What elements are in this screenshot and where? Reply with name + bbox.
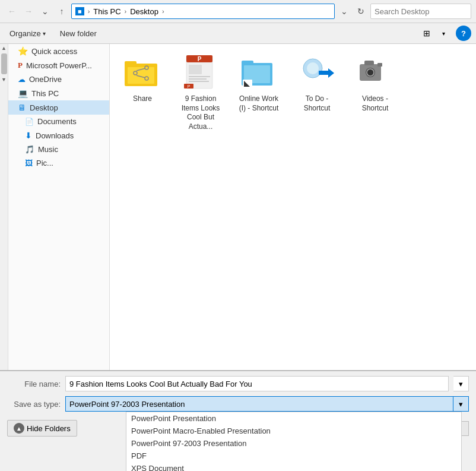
file-name-label: File name: [7,380,61,388]
ppt-icon: P [18,61,23,70]
file-area: Share P P 9 Fashion Items L [110,44,476,370]
save-type-display-row: PowerPoint 97-2003 Presentation ▾ [65,396,469,412]
sidebar-item-this-pc[interactable]: 💻 This PC [8,86,109,100]
share-folder-icon [123,54,161,92]
organize-button[interactable]: Organize ▾ [5,27,50,40]
path-chevron-2: › [162,8,164,15]
recent-locations-button[interactable]: ⌄ [38,4,52,18]
file-label-online-work: Online Work (I) - Shortcut [236,94,281,113]
onedrive-icon: ☁ [18,75,26,84]
sidebar-item-label: Downloads [36,131,74,140]
sidebar-item-quick-access[interactable]: ⭐ Quick access [8,44,109,58]
svg-rect-18 [242,61,253,65]
sidebar-item-microsoft-ppt[interactable]: P Microsoft PowerP... [8,58,109,72]
dropdown-item-xps[interactable]: XPS Document [126,462,461,471]
path-desktop[interactable]: Desktop [130,7,158,16]
help-label: ? [461,29,466,38]
refresh-button[interactable]: ↻ [354,4,368,18]
back-button[interactable]: ← [5,4,19,18]
sidebar-item-label: Quick access [31,47,77,56]
dropdown-item-ppt-presentation[interactable]: PowerPoint Presentation [126,412,461,425]
path-dropdown-button[interactable]: ⌄ [337,4,351,18]
documents-icon: 📄 [25,118,34,126]
pictures-icon: 🖼 [25,159,33,167]
sidebar-item-label: Microsoft PowerP... [26,61,92,70]
hide-folders-icon: ▲ [14,423,24,434]
save-type-display[interactable]: PowerPoint 97-2003 Presentation [65,396,453,412]
file-item-fashion[interactable]: P P 9 Fashion Items Looks Cool But Actua… [174,50,227,135]
svg-marker-25 [328,68,334,78]
scroll-down-arrow[interactable]: ▼ [1,77,7,83]
file-item-share[interactable]: Share [116,50,169,135]
path-bar[interactable]: ■ › This PC › Desktop › [71,4,335,19]
quick-access-icon: ⭐ [18,46,28,56]
scroll-thumb[interactable] [1,53,7,74]
path-this-pc[interactable]: This PC [93,7,120,16]
music-icon: 🎵 [25,145,34,154]
sidebar-item-label: Desktop [30,103,58,112]
sidebar-item-documents[interactable]: 📄 Documents [8,115,109,128]
file-name-input[interactable] [65,376,449,391]
bottom-panel: File name: ▾ Save as type: PowerPoint 97… [0,370,476,440]
this-pc-icon: 💻 [18,88,28,98]
sidebar-scrollbar[interactable]: ▲ ▼ [0,44,8,370]
svg-rect-11 [189,65,202,74]
sidebar-item-music[interactable]: 🎵 Music [8,143,109,156]
svg-rect-13 [189,78,207,80]
sidebar-item-downloads[interactable]: ⬇ Downloads [8,128,109,143]
save-type-label: Save as type: [7,400,61,409]
file-item-videos[interactable]: Videos - Shortcut [348,50,402,135]
main-container: ▲ ▼ ⭐ Quick access P Microsoft PowerP...… [0,44,476,370]
svg-rect-30 [364,61,374,65]
svg-rect-24 [319,71,329,75]
hide-folders-button[interactable]: ▲ Hide Folders [7,420,77,437]
dropdown-item-ppt-97[interactable]: PowerPoint 97-2003 Presentation [126,437,461,450]
help-button[interactable]: ? [456,26,471,41]
sidebar-item-onedrive[interactable]: ☁ OneDrive [8,72,109,86]
new-folder-button[interactable]: New folder [55,27,101,40]
svg-rect-1 [125,61,137,66]
sidebar: ⭐ Quick access P Microsoft PowerP... ☁ O… [8,44,109,370]
organize-dropdown-icon: ▾ [43,30,46,37]
svg-text:P: P [198,56,202,62]
save-type-dropdown-button[interactable]: ▾ [453,396,469,412]
organize-label: Organize [9,29,41,38]
desktop-icon: 🖥 [18,103,26,112]
videos-icon [356,54,394,92]
svg-rect-14 [189,81,209,82]
sidebar-item-label: Music [38,145,58,154]
file-item-to-do[interactable]: To Do - Shortcut [290,50,344,135]
forward-button[interactable]: → [21,4,36,18]
svg-point-23 [307,62,319,74]
sidebar-item-pictures[interactable]: 🖼 Pic... [8,156,109,170]
file-label-fashion: 9 Fashion Items Looks Cool But Actua... [178,94,223,131]
sidebar-item-desktop[interactable]: 🖥 Desktop [8,100,109,115]
toolbar: Organize ▾ New folder ⊞ ▾ ? [0,23,476,44]
scroll-up-arrow[interactable]: ▲ [1,45,7,51]
dropdown-item-ppt-macro[interactable]: PowerPoint Macro-Enabled Presentation [126,425,461,437]
svg-text:P: P [188,84,191,88]
sidebar-item-label: Pic... [36,159,53,167]
save-type-container: PowerPoint 97-2003 Presentation ▾ PowerP… [65,396,469,412]
hide-folders-label: Hide Folders [27,424,71,433]
search-input[interactable] [375,7,474,16]
file-label-to-do: To Do - Shortcut [294,94,339,113]
path-separator: › [88,8,90,15]
svg-point-28 [367,69,373,75]
sidebar-item-label: Documents [37,117,77,126]
dropdown-item-pdf[interactable]: PDF [126,450,461,462]
sidebar-item-label: This PC [31,89,59,98]
view-mode-button[interactable]: ⊞ [419,26,434,41]
file-name-dropdown-button[interactable]: ▾ [453,376,469,391]
file-label-videos: Videos - Shortcut [353,94,398,113]
sidebar-wrapper: ▲ ▼ ⭐ Quick access P Microsoft PowerP...… [0,44,110,370]
save-type-row: Save as type: PowerPoint 97-2003 Present… [0,396,476,414]
up-button[interactable]: ↑ [55,4,69,18]
svg-rect-12 [189,76,210,77]
file-item-online-work[interactable]: Online Work (I) - Shortcut [232,50,285,135]
save-type-dropdown-list: PowerPoint Presentation PowerPoint Macro… [126,412,462,471]
view-dropdown-button[interactable]: ▾ [436,26,451,41]
file-name-row: File name: ▾ [0,371,476,396]
fashion-ppt-icon: P P [182,54,220,92]
path-icon: ■ [75,7,84,15]
